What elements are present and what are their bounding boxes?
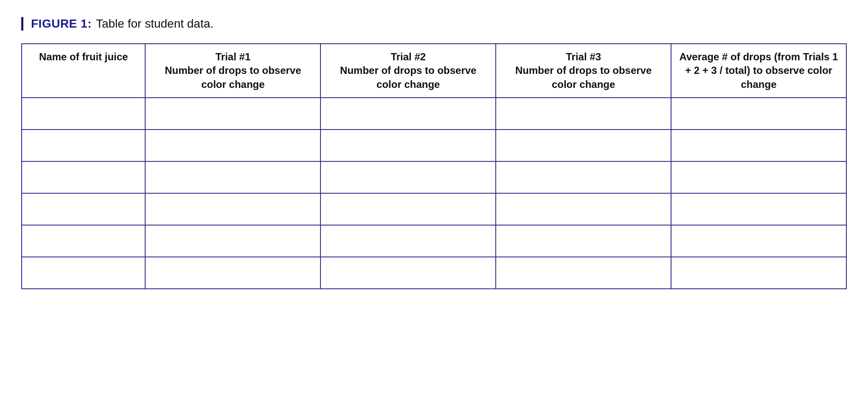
cell-row1-col2	[145, 98, 320, 130]
cell-row5-col3	[320, 225, 496, 257]
cell-row5-col4	[496, 225, 671, 257]
cell-row6-col3	[320, 257, 496, 289]
header-col5: Average # of drops (from Trials 1 + 2 + …	[671, 44, 846, 98]
cell-row1-col1	[22, 98, 145, 130]
table-container: Name of fruit juice Trial #1Number of dr…	[21, 43, 847, 289]
cell-row3-col3	[320, 161, 496, 193]
cell-row6-col2	[145, 257, 320, 289]
figure-description: Table for student data.	[96, 17, 213, 31]
cell-row3-col1	[22, 161, 145, 193]
data-table: Name of fruit juice Trial #1Number of dr…	[21, 43, 847, 289]
cell-row6-col1	[22, 257, 145, 289]
cell-row5-col5	[671, 225, 846, 257]
table-header-row: Name of fruit juice Trial #1Number of dr…	[22, 44, 846, 98]
header-col3: Trial #2Number of drops to observe color…	[320, 44, 496, 98]
cell-row2-col1	[22, 130, 145, 161]
cell-row6-col5	[671, 257, 846, 289]
cell-row3-col2	[145, 161, 320, 193]
header-col1: Name of fruit juice	[22, 44, 145, 98]
cell-row2-col5	[671, 130, 846, 161]
cell-row4-col1	[22, 193, 145, 225]
cell-row2-col3	[320, 130, 496, 161]
cell-row4-col2	[145, 193, 320, 225]
cell-row5-col2	[145, 225, 320, 257]
cell-row3-col5	[671, 161, 846, 193]
header-col2: Trial #1Number of drops to observe color…	[145, 44, 320, 98]
table-row	[22, 161, 846, 193]
cell-row5-col1	[22, 225, 145, 257]
table-row	[22, 257, 846, 289]
cell-row3-col4	[496, 161, 671, 193]
figure-caption: FIGURE 1: Table for student data.	[21, 17, 847, 31]
cell-row2-col2	[145, 130, 320, 161]
cell-row1-col3	[320, 98, 496, 130]
cell-row4-col5	[671, 193, 846, 225]
cell-row4-col3	[320, 193, 496, 225]
cell-row1-col5	[671, 98, 846, 130]
figure-label: FIGURE 1:	[31, 17, 92, 31]
header-col4: Trial #3Number of drops to observe color…	[496, 44, 671, 98]
table-row	[22, 130, 846, 161]
cell-row2-col4	[496, 130, 671, 161]
table-row	[22, 225, 846, 257]
table-row	[22, 193, 846, 225]
table-row	[22, 98, 846, 130]
cell-row1-col4	[496, 98, 671, 130]
cell-row6-col4	[496, 257, 671, 289]
cell-row4-col4	[496, 193, 671, 225]
